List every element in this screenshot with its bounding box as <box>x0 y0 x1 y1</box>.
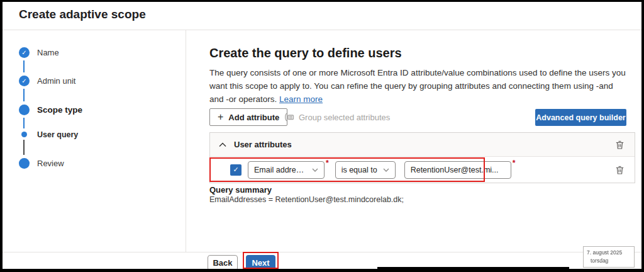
user-attributes-title: User attributes <box>234 140 292 149</box>
step-connector <box>23 118 25 128</box>
step-completed-icon: ✓ <box>19 76 30 86</box>
step-connector <box>23 89 25 101</box>
query-summary-label: Query summary <box>209 185 272 195</box>
step-scope-type[interactable]: Scope type <box>19 105 82 115</box>
required-marker: * <box>513 159 516 167</box>
step-label: Name <box>37 48 59 57</box>
group-selected-attributes-button: Group selected attributes <box>284 108 390 126</box>
screenshot-frame: Create adaptive scope ✓ Name ✓ Admin uni… <box>0 0 644 272</box>
step-label: User query <box>37 130 78 139</box>
step-upcoming-icon <box>19 158 30 169</box>
advanced-query-builder-button[interactable]: Advanced query builder <box>535 109 626 126</box>
sidebar-divider <box>186 30 186 252</box>
group-icon <box>284 113 294 122</box>
title-divider <box>3 30 641 30</box>
plus-icon: + <box>218 112 223 122</box>
operator-dropdown[interactable]: is equal to <box>335 161 396 179</box>
attribute-row: ✓ Email addresses * is equal to Retentio… <box>210 157 635 183</box>
chevron-down-icon <box>312 168 318 172</box>
delete-group-button[interactable] <box>614 139 626 151</box>
user-attributes-panel: User attributes ✓ Email addresses <box>209 132 635 183</box>
next-button-label: Next <box>252 258 269 268</box>
back-button[interactable]: Back <box>208 255 238 269</box>
learn-more-link[interactable]: Learn more <box>279 94 323 104</box>
add-attribute-label: Add attribute <box>228 113 279 122</box>
chevron-up-icon[interactable] <box>219 142 226 147</box>
attribute-row-checkbox[interactable]: ✓ <box>230 164 242 176</box>
next-button[interactable]: Next <box>246 255 275 269</box>
section-heading: Create the query to define users <box>209 46 402 60</box>
section-description: The query consists of one or more Micros… <box>209 67 626 106</box>
footer-divider <box>3 252 641 252</box>
step-label: Scope type <box>37 105 82 115</box>
step-completed-icon: ✓ <box>19 47 30 58</box>
wizard-window: Create adaptive scope ✓ Name ✓ Admin uni… <box>3 2 641 269</box>
back-button-label: Back <box>213 258 232 268</box>
step-review[interactable]: Review <box>19 158 64 169</box>
cropped-watermark-dash <box>575 269 584 272</box>
step-connector <box>23 140 25 155</box>
cropped-watermark-dash <box>615 269 628 272</box>
attribute-dropdown[interactable]: Email addresses <box>248 161 325 179</box>
delete-row-button[interactable] <box>614 164 626 176</box>
step-connector <box>23 60 25 72</box>
step-user-query[interactable]: User query <box>19 129 78 140</box>
attribute-value-input[interactable]: RetentionUser@test.mi... <box>404 161 511 179</box>
step-name[interactable]: ✓ Name <box>19 47 59 58</box>
page-title: Create adaptive scope <box>19 8 146 21</box>
cropped-watermark-bar <box>377 267 569 272</box>
step-current-icon <box>19 105 30 115</box>
date-tooltip-line2: torsdag <box>587 257 631 265</box>
cropped-watermark-dash <box>591 269 609 272</box>
step-label: Review <box>37 159 64 168</box>
operator-dropdown-value: is equal to <box>341 166 377 174</box>
user-attributes-panel-header[interactable]: User attributes <box>210 133 635 157</box>
chevron-down-icon <box>383 168 389 172</box>
group-selected-label: Group selected attributes <box>299 113 390 122</box>
attribute-value-text: RetentionUser@test.mi... <box>411 166 505 174</box>
required-marker: * <box>326 159 329 167</box>
step-admin-unit[interactable]: ✓ Admin unit <box>19 76 75 86</box>
attribute-dropdown-value: Email addresses <box>254 166 306 174</box>
step-dot-icon <box>19 129 30 140</box>
description-text: The query consists of one or more Micros… <box>209 68 626 104</box>
advanced-query-builder-label: Advanced query builder <box>536 113 625 122</box>
date-tooltip-line1: 7. august 2025 <box>587 249 631 257</box>
cropped-watermark-dash <box>633 269 641 272</box>
date-tooltip: 7. august 2025 torsdag <box>583 246 635 268</box>
step-label: Admin unit <box>37 76 75 86</box>
query-summary-text: EmailAddresses = RetentionUser@test.mind… <box>209 195 404 204</box>
add-attribute-button[interactable]: + Add attribute <box>209 108 287 126</box>
